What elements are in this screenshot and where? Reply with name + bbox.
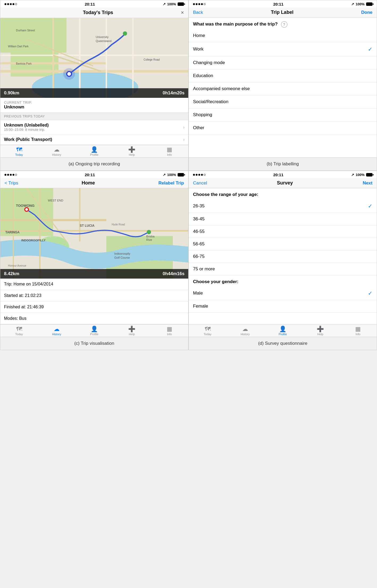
tab-info-label-d: Info [355,333,360,336]
location-icon-d: ↗ [351,173,354,177]
current-trip-value: Unknown [4,104,185,110]
tab-history-label-c: History [52,333,61,336]
battery-pct-c: 100% [167,173,176,177]
signal-dot-2 [7,3,9,5]
option-home-label: Home [193,33,205,38]
tab-help-a[interactable]: ➕ Help [113,145,150,157]
help-icon-b[interactable]: ? [281,21,287,28]
next-button-d[interactable]: Next [363,180,372,186]
age-option-66-75[interactable]: 66-75 [189,250,377,263]
option-shopping[interactable]: Shopping [189,108,377,121]
signal-dot-1 [5,3,6,5]
option-education[interactable]: Education [189,69,377,82]
gender-male-label: Male [193,291,203,296]
cloud-icon-a: ☁ [54,147,60,153]
time-b: 20:11 [273,2,283,6]
detail-finished-c: Finished at: 21:46:39 [0,301,188,313]
battery-icon-d [366,173,372,177]
detail-trip-c: Trip: Home on 15/04/2014 [0,279,188,290]
prev-trip-2[interactable]: Work (Public Transport) › [0,135,188,145]
age-36-45-label: 36-45 [193,216,204,222]
option-other[interactable]: Other [189,121,377,135]
tab-today-label-a: Today [15,153,23,156]
detail-modes-c: Modes: Bus [0,313,188,324]
status-bar-a: 20:11 ↗ 100% [0,0,188,7]
age-option-36-45[interactable]: 36-45 [189,213,377,225]
option-changing[interactable]: Changing mode [189,56,377,69]
time-d: 20:11 [273,173,283,177]
age-option-46-55[interactable]: 46-55 [189,225,377,238]
option-social[interactable]: Social/Recreation [189,95,377,108]
svg-text:University: University [96,35,109,39]
question-text-b: What was the main purpose of the trip? [193,22,278,27]
info-icon-d: ▦ [355,326,361,332]
svg-text:Hyde Road: Hyde Road [112,223,125,226]
map-icon-a: 🗺 [16,147,22,153]
gender-female[interactable]: Female [189,300,377,313]
location-dot-inner-a [67,72,71,76]
help-icon-d: ➕ [317,326,324,332]
back-button-c[interactable]: < Trips [5,180,18,186]
map-overlay-c: 8.42km 0h44m16s [0,269,188,279]
option-accompanied[interactable]: Accompanied someone else [189,82,377,95]
svg-rect-8 [0,188,53,236]
done-button-b[interactable]: Done [361,10,373,15]
tab-info-c[interactable]: ▦ Info [151,325,188,337]
svg-text:TARINGA: TARINGA [5,230,20,234]
prev-trip-1-time: 15:00–15:09: 8 minute trip. [4,128,49,132]
prev-trip-1[interactable]: Unknown (Unlabelled) 15:00–15:09: 8 minu… [0,120,188,135]
age-option-75-plus[interactable]: 75 or more [189,263,377,275]
prev-trip-1-name: Unknown (Unlabelled) [4,123,49,128]
map-overlay-a: 0.90km 0h14m20s [0,88,188,98]
location-icon-c: ↗ [163,173,166,177]
age-option-56-65[interactable]: 56-65 [189,238,377,250]
time-c: 20:11 [85,173,95,177]
close-button-a[interactable]: × [181,10,184,16]
help-icon-c: ➕ [128,326,135,332]
option-social-label: Social/Recreation [193,99,228,104]
option-work[interactable]: Work ✓ [189,42,377,56]
location-icon-b: ↗ [351,2,354,6]
tab-profile-label-a: Profile [90,153,98,156]
tab-help-c[interactable]: ➕ Help [113,325,150,337]
prev-trip-2-name: Work (Public Transport) [4,137,52,142]
cancel-button-d[interactable]: Cancel [193,180,207,186]
svg-text:ST LUCIA: ST LUCIA [80,224,95,228]
tab-info-d[interactable]: ▦ Info [339,325,377,337]
svg-text:Honour Avenue: Honour Avenue [8,264,26,267]
caption-c: (c) Trip visualisation [0,337,188,350]
gender-question-d: Choose your gender: [189,275,377,287]
tab-help-d[interactable]: ➕ Help [301,325,339,337]
checkmark-male: ✓ [368,290,372,296]
svg-text:Banksia Park: Banksia Park [16,62,32,65]
tab-history-d[interactable]: ☁ History [226,325,264,337]
tab-today-d[interactable]: 🗺 Today [189,325,226,337]
tab-history-c[interactable]: ☁ History [38,325,75,337]
tab-bar-c: 🗺 Today ☁ History 👤 Profile ➕ Help ▦ Inf… [0,324,188,337]
svg-text:INDOOROOPILLY: INDOOROOPILLY [21,239,46,242]
back-button-b[interactable]: Back [193,10,203,15]
tab-history-a[interactable]: ☁ History [38,145,75,157]
nav-bar-a: Today's Trips × [0,7,188,18]
tab-today-a[interactable]: 🗺 Today [0,145,38,157]
nav-bar-c: < Trips Home Relabel Trip [0,178,188,188]
map-distance-a: 0.90km [4,90,19,96]
svg-text:William Dart Park: William Dart Park [8,45,29,48]
age-56-65-label: 56-65 [193,241,204,247]
option-home[interactable]: Home [189,29,377,42]
relabel-button-c[interactable]: Relabel Trip [158,180,184,186]
tab-today-c[interactable]: 🗺 Today [0,325,38,337]
svg-text:Queensland: Queensland [96,39,111,43]
tab-today-label-c: Today [15,333,23,336]
tab-info-a[interactable]: ▦ Info [151,145,188,157]
tab-profile-a[interactable]: 👤 Profile [76,145,113,157]
age-option-26-35[interactable]: 26-35 ✓ [189,199,377,213]
gender-male[interactable]: Male ✓ [189,287,377,300]
tab-profile-c[interactable]: 👤 Profile [76,325,113,337]
location-icon-a: ↗ [163,2,166,6]
right-icons-a: ↗ 100% [163,2,184,6]
tab-profile-d[interactable]: 👤 Profile [264,325,301,337]
tab-help-label-a: Help [129,153,135,156]
profile-icon-c: 👤 [91,326,98,332]
map-a: Durham Street William Dart Park Banksia … [0,18,188,98]
